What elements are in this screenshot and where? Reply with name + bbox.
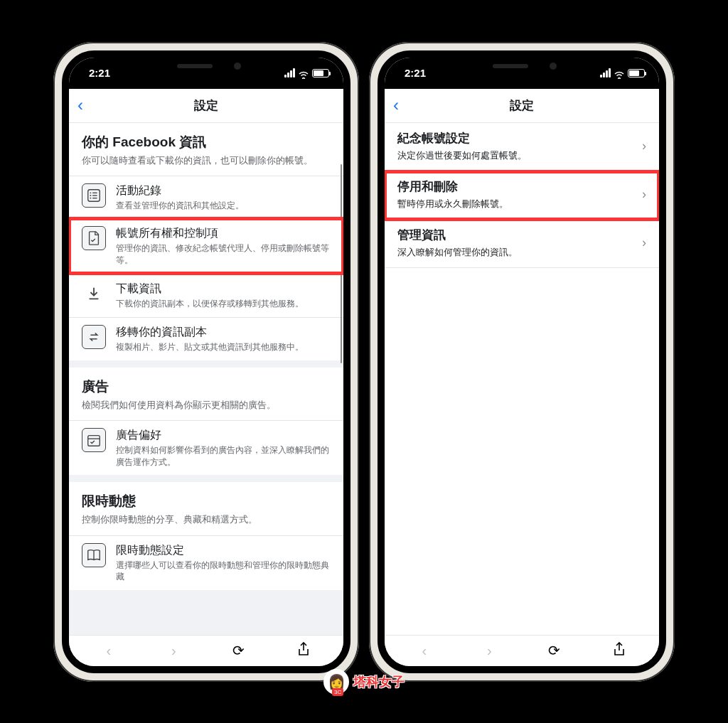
item-ad-preferences[interactable]: 廣告偏好 控制資料如何影響你看到的廣告內容，並深入瞭解我們的廣告運作方式。 <box>69 420 343 476</box>
section-desc: 你可以隨時查看或下載你的資訊，也可以刪除你的帳號。 <box>82 154 331 167</box>
section-stories: 限時動態 控制你限時動態的分享、典藏和精選方式。 限時動態設定 選擇哪些人可以查… <box>69 482 343 590</box>
item-desc: 下載你的資訊副本，以便保存或移轉到其他服務。 <box>116 298 331 310</box>
battery-icon <box>628 69 645 77</box>
toolbar-refresh-icon[interactable]: ⟳ <box>544 642 565 659</box>
phone-screen-left: 2:21 ‹ 設定 你的 Facebook 資訊 你可以隨時查看或下載你的資訊，… <box>62 50 350 673</box>
item-title: 廣告偏好 <box>116 428 331 443</box>
toolbar-back-icon[interactable]: ‹ <box>98 643 119 659</box>
wifi-icon <box>298 69 309 77</box>
item-title: 移轉你的資訊副本 <box>116 325 331 340</box>
toolbar-forward-icon[interactable]: › <box>163 643 184 659</box>
row-title: 管理資訊 <box>397 227 636 243</box>
item-desc: 複製相片、影片、貼文或其他資訊到其他服務中。 <box>116 341 331 353</box>
section-title: 廣告 <box>82 377 331 396</box>
row-deactivate-delete[interactable]: 停用和刪除 暫時停用或永久刪除帳號。 › <box>385 171 659 220</box>
status-icons <box>600 68 645 77</box>
row-desc: 暫時停用或永久刪除帳號。 <box>397 198 636 210</box>
row-title: 紀念帳號設定 <box>397 130 636 146</box>
notch <box>461 58 582 77</box>
item-account-ownership[interactable]: 帳號所有權和控制項 管理你的資訊、修改紀念帳號代理人、停用或刪除帳號等等。 <box>69 218 343 274</box>
notch <box>146 58 267 77</box>
item-desc: 控制資料如何影響你看到的廣告內容，並深入瞭解我們的廣告運作方式。 <box>116 444 331 468</box>
row-desc: 決定你過世後要如何處置帳號。 <box>397 149 636 162</box>
toolbar-forward-icon[interactable]: › <box>478 643 500 659</box>
toolbar-share-icon[interactable] <box>609 642 630 660</box>
wifi-icon <box>614 69 625 77</box>
watermark: 👩 3C 塔科女子 <box>323 669 405 695</box>
item-transfer-info[interactable]: 移轉你的資訊副本 複製相片、影片、貼文或其他資訊到其他服務中。 <box>69 317 343 360</box>
svg-point-3 <box>90 195 92 196</box>
item-desc: 查看並管理你的資訊和其他設定。 <box>116 200 331 212</box>
back-button[interactable]: ‹ <box>393 95 399 115</box>
download-icon <box>82 282 106 306</box>
phone-screen-right: 2:21 ‹ 設定 紀念帳號設定 決定你過世後要如何處置帳號。 › 停用和 <box>378 50 666 673</box>
back-button[interactable]: ‹ <box>77 95 83 115</box>
list-icon <box>82 183 106 208</box>
chevron-right-icon: › <box>642 235 646 250</box>
phone-frame-right: 2:21 ‹ 設定 紀念帳號設定 決定你過世後要如何處置帳號。 › 停用和 <box>369 42 675 682</box>
phone-frame-left: 2:21 ‹ 設定 你的 Facebook 資訊 你可以隨時查看或下載你的資訊，… <box>53 42 359 682</box>
battery-icon <box>312 69 329 77</box>
page-title: 設定 <box>510 97 534 114</box>
chevron-right-icon: › <box>642 139 646 154</box>
chevron-right-icon: › <box>642 187 646 202</box>
item-download-info[interactable]: 下載資訊 下載你的資訊副本，以便保存或移轉到其他服務。 <box>69 274 343 317</box>
page-title: 設定 <box>194 97 218 114</box>
book-icon <box>82 543 106 567</box>
item-desc: 管理你的資訊、修改紀念帳號代理人、停用或刪除帳號等等。 <box>116 242 331 267</box>
section-your-info: 你的 Facebook 資訊 你可以隨時查看或下載你的資訊，也可以刪除你的帳號。… <box>69 123 343 360</box>
toolbar-share-icon[interactable] <box>293 642 314 660</box>
row-title: 停用和刪除 <box>397 178 636 195</box>
nav-header: ‹ 設定 <box>69 89 343 123</box>
svg-point-1 <box>90 192 92 193</box>
cellular-signal-icon <box>600 68 611 77</box>
calendar-icon <box>82 428 106 452</box>
transfer-icon <box>82 325 106 349</box>
section-title: 限時動態 <box>82 492 331 510</box>
item-title: 活動紀錄 <box>116 183 331 198</box>
watermark-badge: 3C <box>332 688 343 696</box>
scrollbar[interactable] <box>340 123 342 616</box>
content-scroll[interactable]: 你的 Facebook 資訊 你可以隨時查看或下載你的資訊，也可以刪除你的帳號。… <box>69 123 343 635</box>
status-time: 2:21 <box>405 67 426 79</box>
section-desc: 控制你限時動態的分享、典藏和精選方式。 <box>82 513 331 526</box>
toolbar-back-icon[interactable]: ‹ <box>414 643 435 659</box>
bottom-toolbar: ‹ › ⟳ <box>385 635 659 666</box>
row-desc: 深入瞭解如何管理你的資訊。 <box>397 246 636 259</box>
item-title: 下載資訊 <box>116 282 331 296</box>
document-icon <box>82 226 106 250</box>
nav-header: ‹ 設定 <box>385 89 659 123</box>
watermark-text: 塔科女子 <box>353 673 405 690</box>
item-desc: 選擇哪些人可以查看你的限時動態和管理你的限時動態典藏 <box>116 559 331 584</box>
toolbar-refresh-icon[interactable]: ⟳ <box>228 642 250 659</box>
status-time: 2:21 <box>89 67 110 79</box>
item-story-settings[interactable]: 限時動態設定 選擇哪些人可以查看你的限時動態和管理你的限時動態典藏 <box>69 535 343 591</box>
svg-point-5 <box>90 197 92 198</box>
section-desc: 檢閱我們如何使用資料為你顯示更相關的廣告。 <box>82 399 331 412</box>
status-icons <box>284 68 329 77</box>
item-title: 帳號所有權和控制項 <box>116 226 331 241</box>
content-scroll[interactable]: 紀念帳號設定 決定你過世後要如何處置帳號。 › 停用和刪除 暫時停用或永久刪除帳… <box>385 123 659 635</box>
row-memorialization[interactable]: 紀念帳號設定 決定你過世後要如何處置帳號。 › <box>385 123 659 171</box>
section-ads: 廣告 檢閱我們如何使用資料為你顯示更相關的廣告。 廣告偏好 控制資料如何影響你看… <box>69 368 343 476</box>
item-title: 限時動態設定 <box>116 543 331 558</box>
cellular-signal-icon <box>284 68 295 77</box>
row-manage-info[interactable]: 管理資訊 深入瞭解如何管理你的資訊。 › <box>385 220 659 268</box>
item-activity-log[interactable]: 活動紀錄 查看並管理你的資訊和其他設定。 <box>69 176 343 219</box>
section-title: 你的 Facebook 資訊 <box>82 133 331 151</box>
bottom-toolbar: ‹ › ⟳ <box>69 635 343 666</box>
